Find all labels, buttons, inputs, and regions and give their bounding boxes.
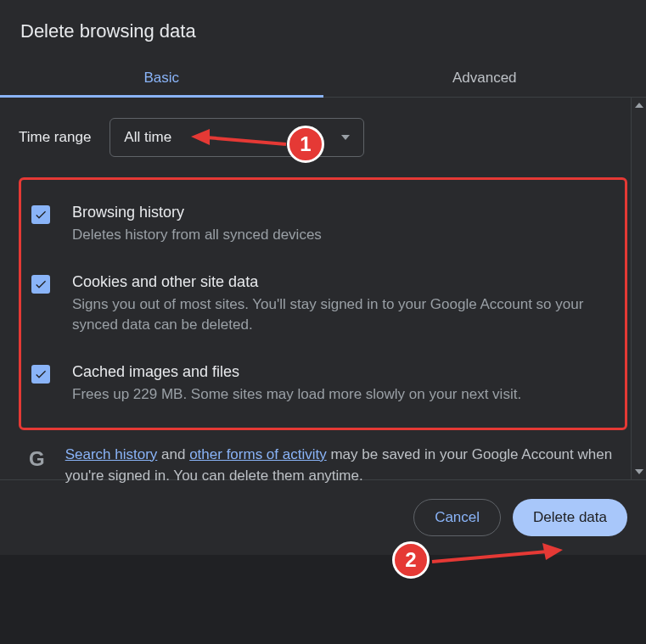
scroll-up-button[interactable] [632, 98, 646, 113]
dialog-title: Delete browsing data [0, 0, 646, 58]
checkbox-browsing-history[interactable] [31, 205, 50, 224]
google-icon: G [29, 447, 45, 471]
google-info-row: G Search history and other forms of acti… [19, 430, 627, 487]
option-title: Browsing history [72, 204, 615, 221]
time-range-value: All time [124, 129, 171, 146]
annotation-badge-1: 1 [287, 126, 324, 163]
check-icon [34, 277, 48, 291]
tab-basic[interactable]: Basic [0, 58, 323, 97]
annotation-badge-2: 2 [392, 541, 430, 579]
check-icon [34, 367, 48, 381]
option-desc: Frees up 229 MB. Some sites may load mor… [72, 384, 615, 406]
dialog-footer: Cancel Delete data [0, 479, 646, 555]
link-search-history[interactable]: Search history [65, 446, 158, 462]
cancel-button[interactable]: Cancel [413, 499, 501, 536]
chevron-down-icon [341, 135, 350, 140]
time-range-label: Time range [19, 129, 91, 146]
delete-data-button[interactable]: Delete data [513, 499, 627, 536]
option-cookies[interactable]: Cookies and other site data Signs you ou… [31, 265, 615, 355]
time-range-dropdown[interactable]: All time [110, 118, 364, 157]
tab-advanced[interactable]: Advanced [323, 58, 647, 97]
check-icon [34, 208, 48, 221]
chevron-up-icon [635, 103, 643, 108]
link-other-activity[interactable]: other forms of activity [189, 446, 327, 462]
option-desc: Signs you out of most sites. You'll stay… [72, 294, 615, 336]
option-desc: Deletes history from all synced devices [72, 225, 615, 246]
tabs-bar: Basic Advanced [0, 58, 646, 98]
info-text-fragment: and [157, 446, 189, 462]
option-cache[interactable]: Cached images and files Frees up 229 MB.… [31, 355, 615, 412]
dialog-body: Time range All time Browsing history Del… [0, 98, 646, 479]
chevron-down-icon [635, 469, 643, 474]
option-title: Cookies and other site data [72, 273, 615, 291]
scrollbar[interactable] [631, 98, 646, 479]
google-info-text: Search history and other forms of activi… [65, 444, 617, 487]
scroll-down-button[interactable] [632, 464, 646, 479]
options-highlight: Browsing history Deletes history from al… [19, 177, 627, 430]
backdrop [0, 555, 646, 640]
option-browsing-history[interactable]: Browsing history Deletes history from al… [31, 195, 615, 265]
option-title: Cached images and files [72, 363, 615, 381]
checkbox-cookies[interactable] [31, 275, 50, 294]
checkbox-cache[interactable] [31, 365, 50, 384]
